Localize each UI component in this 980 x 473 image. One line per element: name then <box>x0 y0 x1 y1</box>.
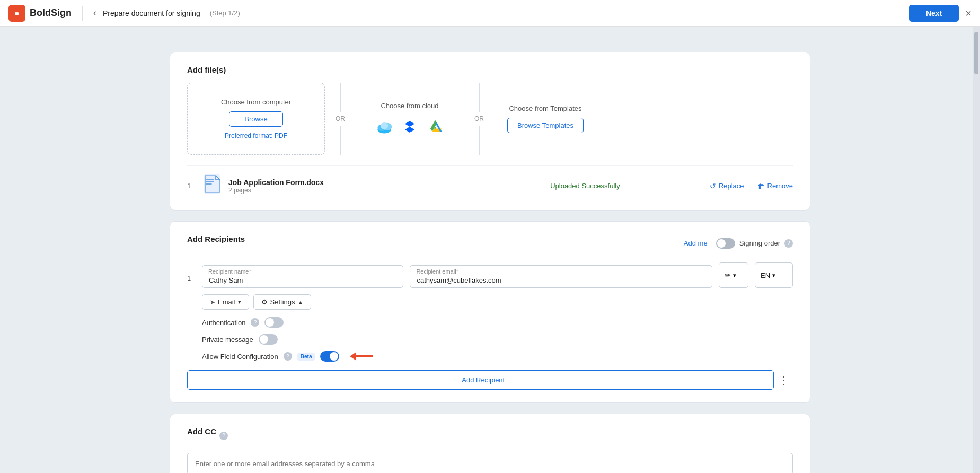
cc-email-input[interactable] <box>187 453 793 473</box>
signing-order-wrap: Signing order ? <box>716 238 793 249</box>
file-info: Job Application Form.docx 2 pages <box>228 178 461 194</box>
file-icon <box>204 174 220 197</box>
or-line-bottom2 <box>479 126 480 155</box>
send-icon: ➤ <box>210 299 215 306</box>
add-recipient-row: + Add Recipient ⋮ <box>187 370 793 390</box>
logo-icon <box>8 5 25 22</box>
upload-area: Choose from computer Browse Preferred fo… <box>187 83 793 155</box>
add-cc-card: Add CC ? <box>170 414 810 473</box>
recipient-name-input[interactable] <box>202 265 403 288</box>
role-icon: ✏ <box>725 271 731 279</box>
lang-chevron-icon: ▾ <box>772 272 775 279</box>
from-computer-section: Choose from computer Browse Preferred fo… <box>187 83 325 155</box>
allow-field-row: Allow Field Configuration ? Beta <box>202 351 793 362</box>
private-message-row: Private message <box>202 334 793 345</box>
lang-text: EN <box>761 271 770 279</box>
from-templates-label: Choose from Templates <box>509 104 581 112</box>
close-button[interactable]: × <box>965 8 972 19</box>
recipients-controls: Add me Signing order ? <box>684 238 793 249</box>
arrow-body <box>356 355 373 357</box>
recipient-role-select[interactable]: ✏ ▾ <box>719 262 748 288</box>
add-files-card: Add file(s) Choose from computer Browse … <box>170 52 810 211</box>
from-computer-label: Choose from computer <box>221 98 291 106</box>
signing-order-help-icon[interactable]: ? <box>784 239 793 248</box>
nav-left: BoldSign ‹ Prepare document for signing … <box>8 5 240 22</box>
more-options-button[interactable]: ⋮ <box>774 374 793 387</box>
google-drive-icon[interactable] <box>426 117 445 136</box>
add-me-button[interactable]: Add me <box>684 239 708 247</box>
back-button[interactable]: ‹ <box>93 7 96 19</box>
recipient-1-controls: ➤ Email ▾ ⚙ Settings ▲ <box>202 294 793 310</box>
settings-chevron-icon: ▲ <box>298 299 304 305</box>
settings-gear-icon: ⚙ <box>261 298 268 306</box>
actions-divider <box>751 181 751 191</box>
private-message-label: Private message <box>202 336 253 344</box>
or-line-bottom <box>340 126 341 155</box>
browse-templates-button[interactable]: Browse Templates <box>507 118 584 133</box>
recipient-number: 1 <box>187 262 196 282</box>
add-recipient-button[interactable]: + Add Recipient <box>187 370 774 390</box>
recipient-1-row: 1 Recipient name* Recipient email* <box>187 262 793 362</box>
scrollbar-thumb[interactable] <box>974 32 978 74</box>
recipients-header: Add Recipients Add me Signing order ? <box>187 234 793 252</box>
logo-text: BoldSign <box>30 7 72 19</box>
recipient-name-wrap: Recipient name* <box>202 265 403 288</box>
email-chevron-icon: ▾ <box>238 299 241 305</box>
next-button[interactable]: Next <box>909 5 959 22</box>
recipient-email-input[interactable] <box>410 265 712 288</box>
nav-divider <box>82 6 83 21</box>
svg-point-4 <box>381 122 388 129</box>
svg-marker-6 <box>405 127 414 133</box>
recipient-1-fields: Recipient name* Recipient email* ✏ ▾ <box>202 262 793 362</box>
or-divider-2: OR <box>464 83 495 155</box>
replace-button[interactable]: ↺ Replace <box>710 182 744 190</box>
page-title: Prepare document for signing <box>103 9 200 17</box>
from-cloud-label: Choose from cloud <box>381 102 438 110</box>
file-row: 1 Job Application Form.docx 2 pages Uplo… <box>187 165 793 197</box>
email-button[interactable]: ➤ Email ▾ <box>202 294 249 310</box>
authentication-label: Authentication <box>202 319 245 327</box>
or-divider-1: OR <box>325 83 356 155</box>
authentication-row: Authentication ? <box>202 317 793 328</box>
or-line-top <box>340 83 341 112</box>
onedrive-icon[interactable] <box>375 117 394 136</box>
browse-button[interactable]: Browse <box>229 111 282 127</box>
allow-field-toggle[interactable] <box>320 351 339 362</box>
add-cc-header: Add CC ? <box>187 427 793 444</box>
add-recipients-card: Add Recipients Add me Signing order ? 1 <box>170 221 810 403</box>
file-number: 1 <box>187 182 196 190</box>
dropbox-icon[interactable] <box>400 117 419 136</box>
private-message-toggle[interactable] <box>259 334 278 345</box>
file-actions: ↺ Replace 🗑 Remove <box>710 181 793 191</box>
allow-field-label: Allow Field Configuration <box>202 353 278 361</box>
add-cc-title: Add CC <box>187 427 216 436</box>
file-pages: 2 pages <box>228 187 461 194</box>
add-cc-help-icon[interactable]: ? <box>219 432 228 440</box>
chevron-down-icon: ▾ <box>733 272 736 279</box>
arrow-head <box>350 352 356 361</box>
or-line-top2 <box>479 83 480 112</box>
from-templates-section: Choose from Templates Browse Templates <box>495 104 596 133</box>
logo-wrap: BoldSign <box>8 5 72 22</box>
settings-expanded: Authentication ? Private message Allow F… <box>202 317 793 362</box>
pref-format: Preferred format: PDF <box>225 132 287 139</box>
from-cloud-section: Choose from cloud <box>356 102 464 136</box>
recipient-lang-select[interactable]: EN ▾ <box>755 262 793 288</box>
recipient-1-inputs: Recipient name* Recipient email* ✏ ▾ <box>202 262 793 288</box>
remove-button[interactable]: 🗑 Remove <box>757 182 793 190</box>
top-nav: BoldSign ‹ Prepare document for signing … <box>0 0 980 27</box>
authentication-toggle[interactable] <box>264 317 284 328</box>
settings-button[interactable]: ⚙ Settings ▲ <box>253 294 312 310</box>
arrow-indicator <box>350 352 373 361</box>
main-content: Add file(s) Choose from computer Browse … <box>0 39 980 473</box>
cloud-icons <box>375 117 445 136</box>
signing-order-toggle[interactable] <box>716 238 735 249</box>
authentication-help-icon[interactable]: ? <box>251 318 259 327</box>
add-files-title: Add file(s) <box>187 65 793 74</box>
allow-field-help-icon[interactable]: ? <box>284 352 292 361</box>
replace-icon: ↺ <box>710 182 716 190</box>
signing-order-label: Signing order <box>739 239 780 247</box>
file-status: Uploaded Successfully <box>469 182 701 190</box>
recipients-title: Add Recipients <box>187 234 245 243</box>
page-step: (Step 1/2) <box>210 9 240 17</box>
